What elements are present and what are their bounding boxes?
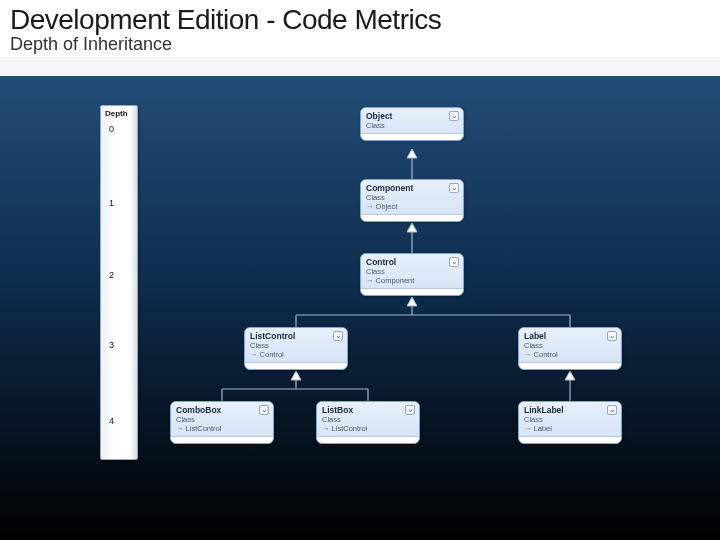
node-combobox-inh: → ListControl xyxy=(176,424,268,433)
node-component: Component Class → Object ⌄ xyxy=(360,179,464,222)
node-linklabel-kind: Class xyxy=(524,415,616,424)
expand-icon[interactable]: ⌄ xyxy=(607,331,617,341)
node-combobox: ComboBox Class → ListControl ⌄ xyxy=(170,401,274,444)
node-listbox: ListBox Class → ListControl ⌄ xyxy=(316,401,420,444)
node-label-kind: Class xyxy=(524,341,616,350)
slide-header: Development Edition - Code Metrics Depth… xyxy=(0,0,720,57)
node-listcontrol-kind: Class xyxy=(250,341,342,350)
node-label: Label Class → Control ⌄ xyxy=(518,327,622,370)
node-linklabel-inh: → Label xyxy=(524,424,616,433)
expand-icon[interactable]: ⌄ xyxy=(607,405,617,415)
svg-marker-2 xyxy=(407,223,417,232)
node-combobox-kind: Class xyxy=(176,415,268,424)
node-listbox-inh: → ListControl xyxy=(322,424,414,433)
svg-marker-14 xyxy=(565,371,575,380)
ruler-tick-3: 3 xyxy=(109,340,114,350)
ruler-tick-2: 2 xyxy=(109,270,114,280)
expand-icon[interactable]: ⌄ xyxy=(449,257,459,267)
ruler-tick-1: 1 xyxy=(109,198,114,208)
ruler-tick-4: 4 xyxy=(109,416,114,426)
node-object-kind: Class xyxy=(366,121,458,130)
node-control: Control Class → Component ⌄ xyxy=(360,253,464,296)
node-control-inh: → Component xyxy=(366,276,458,285)
node-listcontrol-inh: → Control xyxy=(250,350,342,359)
inheritance-diagram: Depth 0 1 2 3 4 Object Class ⌄ xyxy=(100,105,660,485)
expand-icon[interactable]: ⌄ xyxy=(405,405,415,415)
node-control-name: Control xyxy=(366,257,458,267)
node-control-kind: Class xyxy=(366,267,458,276)
ruler-tick-0: 0 xyxy=(109,124,114,134)
depth-ruler: Depth 0 1 2 3 4 xyxy=(100,105,138,460)
svg-marker-4 xyxy=(407,297,417,306)
node-component-inh: → Object xyxy=(366,202,458,211)
svg-marker-0 xyxy=(407,149,417,158)
expand-icon[interactable]: ⌄ xyxy=(449,183,459,193)
node-linklabel: LinkLabel Class → Label ⌄ xyxy=(518,401,622,444)
ruler-title: Depth xyxy=(105,109,128,118)
expand-icon[interactable]: ⌄ xyxy=(449,111,459,121)
node-label-inh: → Control xyxy=(524,350,616,359)
expand-icon[interactable]: ⌄ xyxy=(259,405,269,415)
slide-title: Development Edition - Code Metrics xyxy=(10,4,710,36)
node-listbox-kind: Class xyxy=(322,415,414,424)
node-listcontrol-name: ListControl xyxy=(250,331,342,341)
node-component-kind: Class xyxy=(366,193,458,202)
svg-marker-9 xyxy=(291,371,301,380)
node-object: Object Class ⌄ xyxy=(360,107,464,141)
node-listbox-name: ListBox xyxy=(322,405,414,415)
expand-icon[interactable]: ⌄ xyxy=(333,331,343,341)
slide-subtitle: Depth of Inheritance xyxy=(10,34,710,55)
node-label-name: Label xyxy=(524,331,616,341)
node-combobox-name: ComboBox xyxy=(176,405,268,415)
node-object-name: Object xyxy=(366,111,458,121)
node-listcontrol: ListControl Class → Control ⌄ xyxy=(244,327,348,370)
node-component-name: Component xyxy=(366,183,458,193)
node-linklabel-name: LinkLabel xyxy=(524,405,616,415)
